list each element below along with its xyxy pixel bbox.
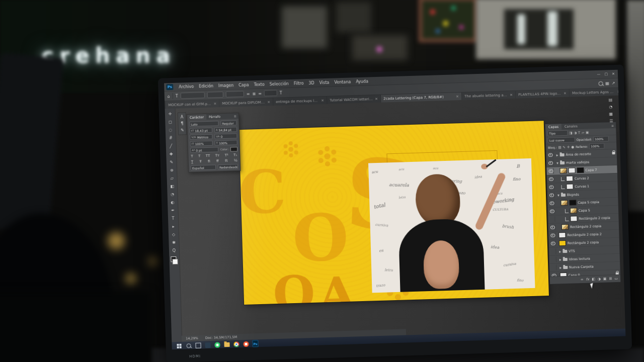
visibility-toggle[interactable] [551, 265, 556, 270]
tracking-field[interactable]: VA0 [214, 133, 237, 139]
font-family-select[interactable] [181, 92, 205, 99]
visibility-toggle[interactable] [550, 249, 556, 254]
pen-tool[interactable]: ✒ [169, 207, 177, 214]
spot-heal-tool[interactable]: ✚ [167, 150, 175, 158]
tab-layers[interactable]: Capas [545, 124, 561, 130]
layer-thumbnail[interactable] [559, 240, 566, 246]
layer-thumbnail[interactable] [561, 224, 569, 230]
layer-thumbnail[interactable] [570, 208, 577, 213]
gradient-tool[interactable]: ◧ [168, 183, 176, 190]
menu-ventana[interactable]: Ventana [332, 79, 353, 84]
align-right-icon[interactable]: ≡ [258, 91, 262, 96]
type-tool[interactable]: T [169, 215, 177, 222]
font-size-select[interactable] [226, 91, 244, 98]
share-icon[interactable]: ↗ [612, 80, 615, 85]
vertical-scale-field[interactable]: IT100% [190, 141, 213, 146]
menu-vista[interactable]: Vista [317, 80, 332, 85]
workspace-icon[interactable]: ▦ [605, 81, 609, 85]
background-color[interactable] [172, 259, 178, 264]
eyedropper-tool[interactable]: ╱ [167, 142, 175, 150]
small-caps-icon[interactable]: Tт [215, 153, 220, 157]
text-color-swatch[interactable] [230, 147, 237, 151]
language-select[interactable]: Español [191, 165, 216, 170]
font-size-field[interactable]: tT18,43 pt [190, 128, 212, 133]
blur-tool[interactable]: ◔ [168, 191, 176, 198]
align-center-icon[interactable]: ≣ [252, 92, 256, 96]
new-group-icon[interactable]: ▣ [603, 277, 607, 281]
faux-bold-icon[interactable]: T [191, 154, 193, 158]
tab-close-icon[interactable]: ✕ [321, 99, 324, 103]
color-panel-icon[interactable]: ▤ [609, 98, 613, 102]
clone-stamp-tool[interactable]: ⊕ [168, 166, 176, 174]
filter-adjust-icon[interactable]: ◑ [574, 131, 577, 135]
subscript-icon[interactable]: T₁ [233, 153, 237, 157]
layer-style-icon[interactable]: fx [586, 278, 589, 282]
align-left-icon[interactable]: ≡ [247, 92, 250, 96]
taskbar-folder[interactable] [223, 341, 229, 347]
visibility-toggle[interactable] [548, 176, 554, 182]
expand-arrow-icon[interactable]: ▶ [556, 153, 558, 156]
warp-text-icon[interactable]: T [280, 90, 282, 95]
all-caps-icon[interactable]: TT [206, 154, 210, 158]
lock-transparent-icon[interactable]: ▨ [558, 145, 561, 149]
layer-thumbnail[interactable] [558, 232, 566, 238]
libraries-panel-icon[interactable]: ▦ [609, 112, 613, 116]
expand-arrow-icon[interactable]: ▼ [556, 161, 558, 164]
link-layers-icon[interactable]: ∞ [581, 278, 584, 282]
tab-close-icon[interactable]: ✕ [375, 97, 378, 101]
visibility-toggle[interactable] [549, 217, 555, 222]
menu-ayuda[interactable]: Ayuda [353, 79, 371, 84]
superscript-icon[interactable]: T¹ [225, 153, 228, 157]
stylistic-icon[interactable]: ſt [225, 159, 227, 163]
adjustment-thumbnail[interactable] [566, 175, 573, 181]
hand-tool[interactable]: ✱ [170, 239, 178, 246]
menu-capa[interactable]: Capa [236, 82, 252, 87]
layer-thumbnail[interactable] [559, 168, 567, 173]
layer-thumbnail[interactable] [570, 216, 577, 221]
visibility-toggle[interactable] [550, 241, 556, 246]
taskbar-task-view[interactable] [195, 342, 201, 348]
opacity-value[interactable]: 100% [593, 136, 608, 142]
font-family-field[interactable]: Lato [189, 121, 218, 127]
menu-filtro[interactable]: Filtro [291, 81, 306, 86]
marquee-tool[interactable]: ◻ [166, 118, 174, 126]
mask-thumbnail[interactable] [569, 200, 576, 205]
menu-3d[interactable]: 3D [306, 80, 317, 85]
maximize-button[interactable]: ▢ [604, 72, 608, 76]
visibility-toggle[interactable] [550, 225, 555, 230]
blend-mode-select[interactable]: Luz suave [548, 137, 575, 143]
taskbar-search[interactable] [185, 342, 191, 348]
filter-pixel-icon[interactable]: ◨ [569, 131, 572, 135]
path-select-tool[interactable]: ▸ [169, 223, 177, 230]
photoshop-logo-icon[interactable]: Ps [166, 84, 173, 90]
menu-selección[interactable]: Selección [267, 81, 291, 86]
move-tool[interactable]: ✛ [166, 110, 174, 118]
visibility-toggle[interactable] [551, 257, 556, 262]
visibility-toggle[interactable] [548, 152, 553, 158]
taskbar-whatsapp[interactable] [214, 341, 220, 347]
underline-icon[interactable]: T̲ [191, 160, 194, 164]
photo-layer[interactable]: acuacuarelaCoworkingCULTURAletteringtota… [368, 158, 535, 293]
font-style-select[interactable] [207, 92, 223, 98]
mask-thumbnail[interactable] [568, 167, 575, 173]
filter-type-select[interactable]: Tipo [547, 130, 568, 136]
leading-field[interactable]: A54,84 pt [214, 127, 237, 132]
baseline-field[interactable]: Aª0 pt [190, 147, 218, 153]
lock-position-icon[interactable]: ✛ [567, 145, 570, 149]
add-mask-icon[interactable]: ◧ [592, 277, 595, 281]
menu-imagen[interactable]: Imagen [216, 83, 236, 88]
tab-close-icon[interactable]: ✕ [564, 91, 567, 95]
tab-character[interactable]: Carácter [187, 114, 206, 120]
menu-edición[interactable]: Edición [196, 83, 216, 88]
tab-paragraph[interactable]: Párrafo [206, 114, 223, 120]
visibility-toggle[interactable] [549, 201, 554, 206]
strikethrough-icon[interactable]: Ŧ [199, 159, 202, 163]
tab-close-icon[interactable]: ✕ [267, 100, 270, 104]
ornament-icon[interactable]: ff [216, 159, 219, 163]
mask-thumbnail[interactable] [577, 167, 584, 173]
brush-tool[interactable]: ✎ [168, 158, 176, 166]
taskbar-chrome[interactable] [233, 341, 239, 347]
visibility-toggle[interactable] [548, 168, 553, 174]
fill-value[interactable]: 100% [589, 143, 604, 149]
character-panel-icon[interactable]: A [181, 115, 184, 119]
